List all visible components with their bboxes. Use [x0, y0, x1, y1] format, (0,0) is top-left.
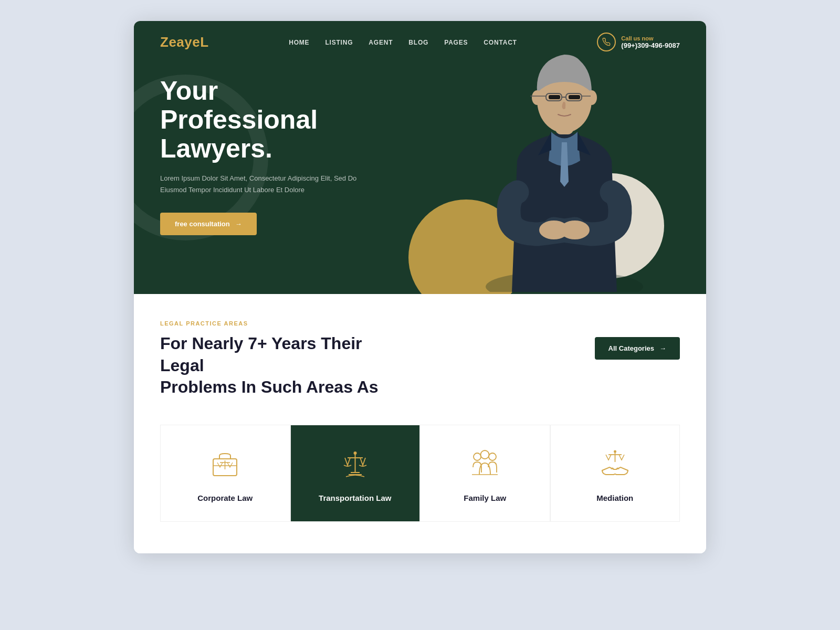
section-tag: LEGAL PRACTICE AREAS — [160, 320, 680, 327]
nav-link-home[interactable]: HOME — [289, 39, 309, 46]
hero-title: Your Professional Lawyers. — [160, 77, 381, 163]
svg-point-21 — [474, 453, 481, 460]
logo[interactable]: ZeayeL — [160, 34, 209, 50]
nav-link-listing[interactable]: LISTING — [325, 39, 353, 46]
section-title-line2: Problems In Such Areas As — [160, 377, 379, 396]
svg-point-6 — [586, 90, 597, 105]
practice-areas-grid: Corporate Law — [160, 425, 680, 522]
logo-text-1: Zea — [160, 34, 184, 50]
nav-contact: Call us now (99+)309-496-9087 — [597, 33, 680, 51]
svg-point-22 — [481, 450, 489, 459]
practice-card-family[interactable]: Family Law — [420, 425, 550, 522]
logo-accent: ye — [184, 34, 200, 50]
nav-item-contact[interactable]: CONTACT — [484, 37, 517, 47]
practice-section: LEGAL PRACTICE AREAS For Nearly 7+ Years… — [134, 294, 706, 553]
nav-links: HOME LISTING AGENT BLOG PAGES CONTACT — [289, 37, 517, 47]
all-categories-arrow: → — [659, 344, 666, 352]
hero-btn-label: free Consultation — [175, 220, 230, 228]
nav-link-blog[interactable]: BLOG — [408, 39, 428, 46]
nav-link-pages[interactable]: PAGES — [444, 39, 468, 46]
all-categories-button[interactable]: All Categories → — [595, 337, 680, 360]
hero-title-line1: Your Professional — [160, 76, 318, 134]
corporate-law-label: Corporate Law — [197, 494, 253, 502]
nav-item-blog[interactable]: BLOG — [408, 37, 428, 47]
nav-item-pages[interactable]: PAGES — [444, 37, 468, 47]
svg-point-27 — [614, 450, 616, 453]
hero-content: Your Professional Lawyers. Lorem Ipsum D… — [134, 61, 407, 267]
lawyer-figure — [470, 45, 659, 294]
call-number: (99+)309-496-9087 — [621, 41, 680, 49]
svg-rect-7 — [549, 95, 560, 99]
mediation-label: Mediation — [596, 494, 633, 502]
hero-btn-arrow: → — [235, 220, 242, 228]
mediation-icon — [596, 446, 633, 483]
free-consultation-button[interactable]: free Consultation → — [160, 213, 257, 235]
navbar: ZeayeL HOME LISTING AGENT BLOG PAGES CON… — [134, 21, 706, 61]
transportation-law-icon — [337, 446, 373, 483]
section-title-block: For Nearly 7+ Years Their Legal Problems… — [160, 333, 402, 398]
all-categories-label: All Categories — [608, 344, 654, 352]
nav-contact-text: Call us now (99+)309-496-9087 — [621, 35, 680, 49]
svg-point-20 — [353, 452, 356, 455]
logo-text-2: L — [200, 34, 208, 50]
practice-card-corporate[interactable]: Corporate Law — [160, 425, 290, 522]
section-title: For Nearly 7+ Years Their Legal Problems… — [160, 333, 402, 398]
phone-icon — [597, 33, 616, 51]
hero-section: ZeayeL HOME LISTING AGENT BLOG PAGES CON… — [134, 21, 706, 294]
family-law-icon — [467, 446, 503, 483]
corporate-law-icon — [207, 446, 244, 483]
nav-item-listing[interactable]: LISTING — [325, 37, 353, 47]
section-title-line1: For Nearly 7+ Years Their Legal — [160, 334, 362, 375]
hero-title-line2: Lawyers. — [160, 134, 272, 163]
svg-point-2 — [539, 220, 569, 239]
call-label: Call us now — [621, 35, 680, 41]
nav-item-home[interactable]: HOME — [289, 37, 309, 47]
nav-link-contact[interactable]: CONTACT — [484, 39, 517, 46]
svg-point-23 — [489, 453, 496, 460]
page-wrapper: ZeayeL HOME LISTING AGENT BLOG PAGES CON… — [134, 21, 706, 553]
hero-subtitle: Lorem Ipsum Dolor Sit Amet, Consectetur … — [160, 173, 360, 196]
section-header-row: For Nearly 7+ Years Their Legal Problems… — [160, 333, 680, 398]
svg-point-5 — [532, 90, 542, 105]
transportation-law-label: Transportation Law — [319, 494, 391, 502]
nav-link-agent[interactable]: AGENT — [369, 39, 393, 46]
svg-rect-8 — [569, 95, 580, 99]
family-law-label: Family Law — [464, 494, 506, 502]
practice-card-transportation[interactable]: Transportation Law — [290, 425, 421, 522]
practice-card-mediation[interactable]: Mediation — [550, 425, 680, 522]
nav-item-agent[interactable]: AGENT — [369, 37, 393, 47]
